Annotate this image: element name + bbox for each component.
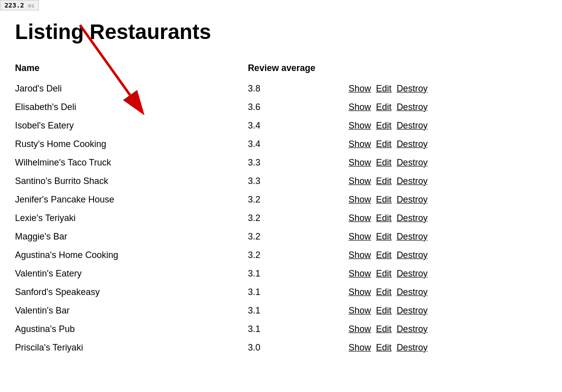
restaurant-name: Jenifer's Pancake House bbox=[15, 190, 248, 209]
destroy-link[interactable]: Destroy bbox=[396, 139, 428, 150]
destroy-link[interactable]: Destroy bbox=[396, 158, 428, 168]
show-link[interactable]: Show bbox=[348, 268, 371, 279]
restaurant-actions: ShowEditDestroy bbox=[348, 246, 465, 264]
restaurant-actions: ShowEditDestroy bbox=[348, 338, 465, 357]
edit-link[interactable]: Edit bbox=[376, 139, 392, 150]
restaurant-review-average: 3.2 bbox=[248, 228, 348, 246]
column-actions bbox=[348, 59, 465, 80]
restaurant-review-average: 3.4 bbox=[248, 116, 348, 135]
edit-link[interactable]: Edit bbox=[376, 250, 392, 260]
restaurant-actions: ShowEditDestroy bbox=[348, 320, 465, 338]
show-link[interactable]: Show bbox=[348, 84, 371, 94]
edit-link[interactable]: Edit bbox=[376, 120, 392, 131]
table-row: Wilhelmine's Taco Truck3.3ShowEditDestro… bbox=[15, 154, 465, 172]
edit-link[interactable]: Edit bbox=[376, 287, 392, 298]
show-link[interactable]: Show bbox=[348, 287, 371, 298]
restaurant-review-average: 3.8 bbox=[248, 80, 348, 98]
table-row: Sanford's Speakeasy3.1ShowEditDestroy bbox=[15, 283, 465, 302]
show-link[interactable]: Show bbox=[348, 158, 371, 168]
edit-link[interactable]: Edit bbox=[376, 232, 392, 242]
edit-link[interactable]: Edit bbox=[376, 158, 392, 168]
edit-link[interactable]: Edit bbox=[376, 306, 392, 316]
restaurant-review-average: 3.1 bbox=[248, 302, 348, 320]
perf-value: 223.2 bbox=[4, 2, 24, 9]
restaurant-actions: ShowEditDestroy bbox=[348, 209, 465, 228]
table-row: Priscila's Teriyaki3.0ShowEditDestroy bbox=[15, 338, 465, 357]
restaurant-name: Jarod's Deli bbox=[15, 80, 248, 98]
restaurant-review-average: 3.2 bbox=[248, 246, 348, 264]
destroy-link[interactable]: Destroy bbox=[396, 120, 428, 131]
restaurant-name: Rusty's Home Cooking bbox=[15, 135, 248, 154]
restaurant-name: Maggie's Bar bbox=[15, 228, 248, 246]
edit-link[interactable]: Edit bbox=[376, 176, 392, 186]
destroy-link[interactable]: Destroy bbox=[396, 324, 428, 334]
destroy-link[interactable]: Destroy bbox=[396, 250, 428, 260]
destroy-link[interactable]: Destroy bbox=[396, 287, 428, 298]
column-review-average: Review average bbox=[248, 59, 348, 80]
table-row: Valentin's Eatery3.1ShowEditDestroy bbox=[15, 264, 465, 283]
destroy-link[interactable]: Destroy bbox=[396, 268, 428, 279]
restaurant-actions: ShowEditDestroy bbox=[348, 116, 465, 135]
restaurant-actions: ShowEditDestroy bbox=[348, 135, 465, 154]
destroy-link[interactable]: Destroy bbox=[396, 194, 428, 205]
edit-link[interactable]: Edit bbox=[376, 268, 392, 279]
restaurants-table: Name Review average Jarod's Deli3.8ShowE… bbox=[15, 59, 465, 357]
restaurant-name: Valentin's Eatery bbox=[15, 264, 248, 283]
restaurant-actions: ShowEditDestroy bbox=[348, 190, 465, 209]
performance-badge: 223.2 ms bbox=[0, 0, 39, 10]
edit-link[interactable]: Edit bbox=[376, 342, 392, 353]
destroy-link[interactable]: Destroy bbox=[396, 84, 428, 94]
restaurant-actions: ShowEditDestroy bbox=[348, 154, 465, 172]
show-link[interactable]: Show bbox=[348, 139, 371, 150]
column-name: Name bbox=[15, 59, 248, 80]
edit-link[interactable]: Edit bbox=[376, 84, 392, 94]
restaurant-review-average: 3.6 bbox=[248, 98, 348, 116]
table-row: Rusty's Home Cooking3.4ShowEditDestroy bbox=[15, 135, 465, 154]
restaurant-review-average: 3.3 bbox=[248, 154, 348, 172]
show-link[interactable]: Show bbox=[348, 194, 371, 205]
restaurant-actions: ShowEditDestroy bbox=[348, 80, 465, 98]
perf-unit: ms bbox=[28, 2, 34, 9]
restaurant-review-average: 3.1 bbox=[248, 283, 348, 302]
restaurant-name: Agustina's Pub bbox=[15, 320, 248, 338]
table-row: Lexie's Teriyaki3.2ShowEditDestroy bbox=[15, 209, 465, 228]
show-link[interactable]: Show bbox=[348, 306, 371, 316]
table-row: Elisabeth's Deli3.6ShowEditDestroy bbox=[15, 98, 465, 116]
edit-link[interactable]: Edit bbox=[376, 102, 392, 112]
show-link[interactable]: Show bbox=[348, 213, 371, 224]
show-link[interactable]: Show bbox=[348, 232, 371, 242]
restaurant-actions: ShowEditDestroy bbox=[348, 283, 465, 302]
restaurant-name: Lexie's Teriyaki bbox=[15, 209, 248, 228]
restaurant-review-average: 3.4 bbox=[248, 135, 348, 154]
restaurant-review-average: 3.3 bbox=[248, 172, 348, 190]
restaurant-actions: ShowEditDestroy bbox=[348, 172, 465, 190]
table-row: Santino's Burrito Shack3.3ShowEditDestro… bbox=[15, 172, 465, 190]
page-title: Listing Restaurants bbox=[15, 20, 547, 44]
destroy-link[interactable]: Destroy bbox=[396, 232, 428, 242]
show-link[interactable]: Show bbox=[348, 324, 371, 334]
destroy-link[interactable]: Destroy bbox=[396, 213, 428, 224]
restaurant-actions: ShowEditDestroy bbox=[348, 228, 465, 246]
restaurant-actions: ShowEditDestroy bbox=[348, 98, 465, 116]
show-link[interactable]: Show bbox=[348, 120, 371, 131]
destroy-link[interactable]: Destroy bbox=[396, 306, 428, 316]
destroy-link[interactable]: Destroy bbox=[396, 102, 428, 112]
restaurant-actions: ShowEditDestroy bbox=[348, 302, 465, 320]
destroy-link[interactable]: Destroy bbox=[396, 176, 428, 186]
restaurant-actions: ShowEditDestroy bbox=[348, 264, 465, 283]
restaurant-review-average: 3.1 bbox=[248, 264, 348, 283]
show-link[interactable]: Show bbox=[348, 250, 371, 260]
edit-link[interactable]: Edit bbox=[376, 324, 392, 334]
restaurant-name: Wilhelmine's Taco Truck bbox=[15, 154, 248, 172]
show-link[interactable]: Show bbox=[348, 342, 371, 353]
table-row: Maggie's Bar3.2ShowEditDestroy bbox=[15, 228, 465, 246]
show-link[interactable]: Show bbox=[348, 176, 371, 186]
edit-link[interactable]: Edit bbox=[376, 213, 392, 224]
destroy-link[interactable]: Destroy bbox=[396, 342, 428, 353]
table-row: Valentin's Bar3.1ShowEditDestroy bbox=[15, 302, 465, 320]
restaurant-name: Isobel's Eatery bbox=[15, 116, 248, 135]
restaurant-name: Valentin's Bar bbox=[15, 302, 248, 320]
show-link[interactable]: Show bbox=[348, 102, 371, 112]
restaurant-name: Elisabeth's Deli bbox=[15, 98, 248, 116]
edit-link[interactable]: Edit bbox=[376, 194, 392, 205]
